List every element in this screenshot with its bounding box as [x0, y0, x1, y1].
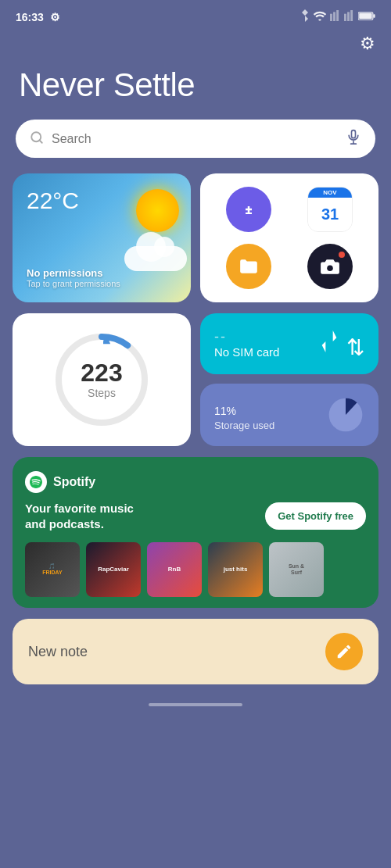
weather-sun [136, 189, 179, 232]
sim-no-sim-text: No SIM card [214, 345, 279, 359]
signal-icon2 [344, 10, 355, 23]
widget-grid-row2: 223 Steps -- No SIM card ⇅ [0, 313, 391, 446]
calendar-app-icon[interactable]: NOV 31 [307, 187, 353, 232]
storage-label: Storage used [214, 420, 274, 431]
svg-rect-8 [359, 13, 372, 18]
spotify-tagline: Your favorite music and podcasts. [25, 501, 150, 531]
apps-widget: NOV 31 [200, 173, 378, 302]
steps-circle: 223 Steps [51, 329, 152, 430]
status-left: 16:33 ⚙ [16, 11, 60, 23]
storage-percent-display: 11% [214, 399, 274, 420]
status-time: 16:33 [16, 11, 44, 23]
calculator-app-icon[interactable] [226, 187, 271, 232]
album-3[interactable]: RnB [147, 542, 202, 597]
spotify-albums: 🎵FRIDAY RapCaviar RnB just hits Sun &Sur… [25, 542, 366, 597]
weather-tap-instruction: Tap to grant permissions [27, 279, 177, 288]
status-bar: 16:33 ⚙ [0, 0, 391, 30]
note-widget[interactable]: New note [13, 619, 378, 684]
right-widgets: -- No SIM card ⇅ 11% Storage used [200, 313, 378, 446]
settings-gear-icon[interactable]: ⚙ [360, 34, 375, 54]
spotify-header: Spotify [25, 471, 366, 493]
signal-arrows-icon: ⇅ [318, 328, 364, 360]
top-settings-area: ⚙ [0, 30, 391, 60]
camera-app-icon[interactable] [307, 244, 353, 289]
weather-cloud [124, 236, 191, 271]
files-app-icon[interactable] [226, 244, 271, 289]
steps-count: 223 [81, 360, 122, 385]
note-edit-button[interactable] [325, 633, 363, 670]
sim-dash: -- [214, 329, 279, 345]
steps-label: Steps [81, 387, 122, 399]
battery-icon [358, 11, 375, 23]
search-bar[interactable] [16, 120, 375, 158]
status-icons [300, 9, 375, 24]
search-icon [30, 130, 44, 148]
steps-info: 223 Steps [81, 360, 122, 399]
spotify-logo [25, 471, 47, 493]
svg-rect-3 [344, 14, 346, 21]
wifi-icon [313, 10, 327, 23]
album-5[interactable]: Sun &Surf [269, 542, 324, 597]
status-settings-icon: ⚙ [50, 11, 60, 23]
signal-icon1 [330, 10, 341, 23]
svg-rect-7 [373, 14, 375, 18]
storage-widget[interactable]: 11% Storage used [200, 384, 378, 446]
svg-rect-2 [336, 10, 339, 21]
spotify-body: Your favorite music and podcasts. Get Sp… [25, 501, 366, 531]
svg-rect-11 [352, 130, 356, 138]
main-title: Never Settle [0, 60, 391, 120]
sim-widget[interactable]: -- No SIM card ⇅ [200, 313, 378, 374]
weather-widget[interactable]: 22°C No permissions Tap to grant permiss… [13, 173, 191, 302]
bottom-bar [0, 695, 391, 714]
album-1[interactable]: 🎵FRIDAY [25, 542, 80, 597]
spotify-get-button[interactable]: Get Spotify free [265, 502, 366, 530]
bluetooth-icon [300, 9, 310, 24]
svg-rect-1 [333, 12, 335, 21]
svg-rect-5 [350, 10, 353, 21]
steps-widget[interactable]: 223 Steps [13, 313, 191, 446]
spotify-widget[interactable]: Spotify Your favorite music and podcasts… [13, 457, 378, 608]
spotify-name: Spotify [53, 475, 95, 489]
sim-info: -- No SIM card [214, 329, 279, 359]
album-4[interactable]: just hits [208, 542, 263, 597]
mic-icon[interactable] [346, 129, 361, 148]
svg-point-17 [327, 265, 333, 271]
svg-line-10 [39, 140, 41, 142]
note-label: New note [28, 644, 88, 660]
album-2[interactable]: RapCaviar [86, 542, 141, 597]
storage-pie-chart [327, 396, 364, 434]
search-input[interactable] [52, 132, 338, 146]
storage-info: 11% Storage used [214, 399, 274, 431]
home-indicator [149, 703, 242, 706]
svg-rect-0 [330, 14, 332, 21]
widget-grid-row1: 22°C No permissions Tap to grant permiss… [0, 173, 391, 302]
svg-rect-4 [347, 12, 350, 21]
